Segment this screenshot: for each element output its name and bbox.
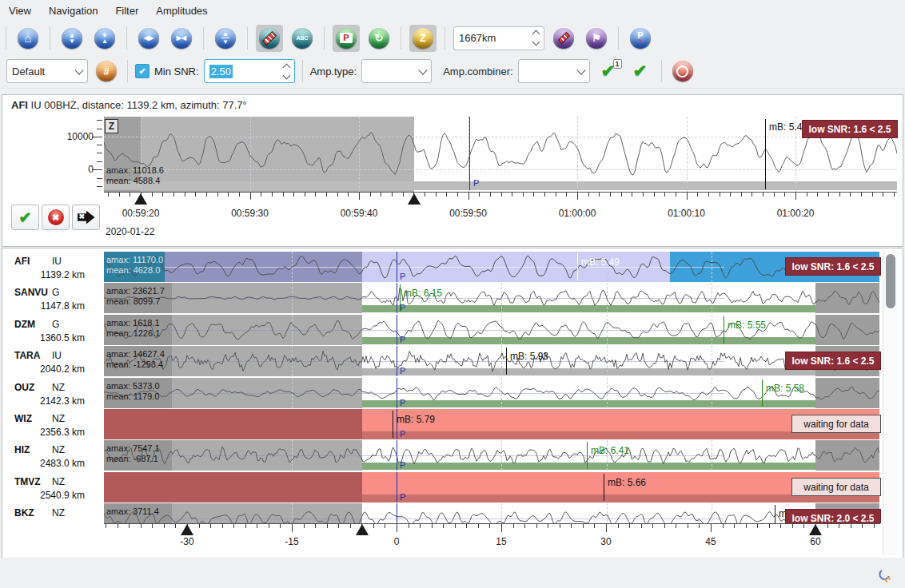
axis-tick — [862, 524, 863, 528]
axis-tick — [641, 524, 642, 528]
axis-tick — [723, 524, 724, 528]
time-axis-tick — [228, 193, 229, 197]
axis-tick — [583, 524, 584, 528]
time-axis-tick — [817, 193, 818, 197]
pick-phase-button[interactable]: P — [333, 25, 360, 52]
axis-line — [104, 523, 880, 524]
menu-navigation[interactable]: Navigation — [40, 0, 106, 22]
expand-amplitude-button[interactable]: ▲ ▼ — [58, 25, 86, 52]
axis-tick — [304, 524, 305, 528]
axis-tick — [536, 524, 537, 528]
time-window-handle[interactable] — [356, 524, 369, 535]
axis-tick — [501, 524, 502, 532]
date-label: 2020-01-22 — [106, 226, 154, 237]
axis-tick — [420, 524, 421, 528]
amp-type-combobox[interactable] — [361, 59, 432, 83]
time-axis-tick — [730, 193, 731, 197]
hash-icon: # — [103, 66, 109, 77]
time-axis-tick — [392, 193, 393, 197]
axis-tick — [780, 524, 781, 528]
spin-down-icon[interactable] — [282, 71, 290, 79]
spin-down-icon[interactable] — [532, 38, 540, 46]
channel-badge: Z — [105, 119, 118, 133]
mb-amplitude-marker[interactable] — [765, 119, 766, 189]
time-axis-tick — [381, 193, 381, 197]
p-pick-marker[interactable] — [469, 117, 470, 190]
reject-amplitude-button[interactable]: ✖ — [42, 205, 70, 230]
check-icon: ✔ — [19, 209, 32, 227]
expand-vertical-icon: ▲ ▼ — [62, 28, 82, 49]
menu-filter[interactable]: Filter — [106, 0, 147, 22]
normalize-amplitude-button[interactable]: ▲ ▼ — [212, 25, 239, 52]
main-trace-panel: AFI IU 00BHZ, distance: 1139.2 km, azimu… — [2, 94, 903, 247]
time-axis-tick — [872, 193, 873, 197]
axis-tick — [571, 524, 572, 528]
menubar: View Navigation Filter Amplitudes — [0, 0, 905, 22]
measure-tool-button[interactable] — [550, 25, 577, 52]
time-axis-tick — [217, 193, 218, 197]
time-window-handle[interactable] — [134, 193, 147, 205]
axis-tick — [746, 524, 747, 528]
commit-button[interactable]: ✔ — [627, 58, 654, 85]
time-axis-tick — [173, 193, 174, 197]
one-badge: 1 — [613, 59, 622, 69]
axis-tick — [594, 524, 595, 528]
time-axis-tick — [752, 193, 752, 197]
component-z-button[interactable]: Z — [409, 25, 437, 52]
compress-amplitude-button[interactable]: ▼ ▲ — [91, 25, 118, 52]
home-button[interactable]: ⌂ — [14, 25, 42, 52]
compress-time-button[interactable]: ▶ ◀ — [168, 25, 195, 52]
time-window-handle[interactable] — [408, 193, 421, 205]
expand-time-button[interactable]: ◀ ▶ — [135, 25, 162, 52]
amp-combiner-combobox[interactable] — [518, 59, 590, 83]
distance-spinbox[interactable]: 1667km — [453, 26, 544, 50]
menu-view[interactable]: View — [0, 0, 40, 22]
time-tick-label: 00:59:40 — [327, 208, 391, 219]
axis-tick — [292, 524, 293, 532]
menu-amplitudes[interactable]: Amplitudes — [147, 0, 216, 22]
time-axis-tick — [861, 193, 862, 197]
relative-time-axis: -30-15015304560 — [2, 248, 901, 557]
axis-tick — [827, 524, 828, 528]
accept-amplitude-button[interactable]: ✔ — [11, 205, 39, 230]
time-axis-tick — [239, 193, 240, 197]
skip-station-button[interactable]: ✖ — [72, 205, 100, 230]
show-picks-button[interactable]: P ≈ — [627, 25, 654, 52]
spectra-button[interactable]: ABC — [289, 25, 316, 52]
time-window-handle[interactable] — [809, 524, 822, 535]
filter-toggle-button[interactable] — [256, 25, 283, 52]
min-snr-spinbox[interactable]: 2.50 — [204, 59, 295, 83]
chevron-down-icon — [418, 66, 427, 74]
relocate-button[interactable] — [669, 58, 696, 85]
spin-up-icon[interactable] — [532, 30, 540, 38]
recompute-button[interactable]: ↻ — [365, 25, 393, 52]
scrollbar-track[interactable] — [883, 250, 898, 555]
axis-tick — [338, 524, 339, 528]
profile-combobox[interactable]: Default — [6, 59, 88, 83]
axis-tick — [629, 524, 630, 528]
chevron-down-icon — [74, 66, 83, 74]
axis-tick — [118, 524, 118, 528]
y-axis-tick — [97, 153, 102, 153]
toolbar-amplitudes: Default # ✔ Min SNR: 2.50 Amp.type: Amp.… — [0, 54, 905, 89]
amp-type-label: Amp.type: — [310, 66, 357, 77]
axis-tick — [141, 524, 142, 528]
commit-one-button[interactable]: ✔ 1 — [595, 58, 622, 85]
p-pick-label: P — [473, 178, 479, 188]
min-snr-checkbox[interactable]: ✔ — [135, 64, 150, 78]
axis-tick — [106, 524, 106, 528]
time-window-handle[interactable] — [181, 524, 193, 535]
time-tick-label: 00:59:30 — [218, 208, 282, 219]
spin-up-icon[interactable] — [282, 63, 290, 71]
axis-tick — [513, 524, 514, 528]
flag-tool-button[interactable]: ⚑ — [583, 25, 610, 52]
axis-tick — [199, 524, 200, 528]
toolbar-separator — [127, 60, 128, 82]
time-axis-tick — [654, 193, 655, 197]
axis-tick — [269, 524, 269, 528]
axis-tick — [839, 524, 839, 528]
min-snr-label: Min SNR: — [154, 66, 199, 77]
time-axis-tick — [446, 193, 447, 197]
scrollbar-handle[interactable] — [886, 254, 895, 308]
profile-hash-button[interactable]: # — [93, 58, 120, 85]
